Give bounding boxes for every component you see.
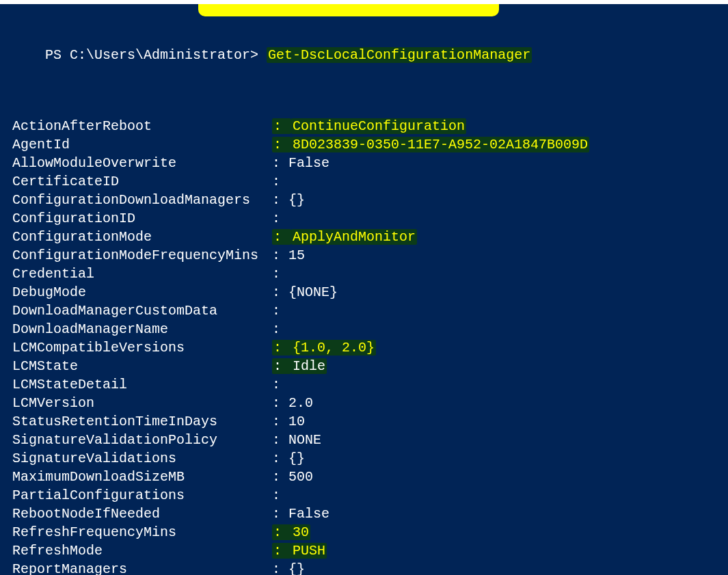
prop-row: RefreshMode: PUSH: [12, 541, 716, 560]
prop-row: RebootNodeIfNeeded: False: [12, 505, 716, 523]
prop-key: DownloadManagerCustomData: [12, 302, 272, 320]
prop-separator: :: [272, 561, 288, 575]
prop-key: AllowModuleOverwrite: [12, 154, 272, 172]
prop-row: CertificateID:: [12, 172, 716, 191]
prop-separator: :: [272, 284, 288, 300]
prop-key: ActionAfterReboot: [12, 117, 272, 135]
prop-separator: :: [272, 155, 288, 171]
prop-key: RefreshMode: [12, 541, 272, 560]
prop-separator: :: [272, 118, 291, 134]
prop-row: LCMStateDetail:: [12, 375, 716, 394]
prop-key: ConfigurationMode: [12, 228, 272, 246]
prop-row: LCMState: Idle: [12, 357, 716, 375]
prop-value: 10: [288, 414, 305, 429]
prop-separator: :: [272, 358, 291, 374]
prop-row: Credential:: [12, 265, 716, 283]
prop-row: RefreshFrequencyMins: 30: [12, 523, 716, 541]
prop-value: ContinueConfiguration: [291, 118, 466, 134]
prop-key: ConfigurationID: [12, 209, 272, 228]
prop-key: ConfigurationDownloadManagers: [12, 191, 272, 209]
prop-key: SignatureValidations: [12, 449, 272, 468]
prop-row: ConfigurationMode: ApplyAndMonitor: [12, 228, 716, 246]
prop-value: PUSH: [291, 543, 327, 559]
prop-value: 500: [288, 469, 313, 485]
prop-row: SignatureValidationPolicy: NONE: [12, 431, 716, 449]
prop-separator: :: [272, 211, 288, 226]
prop-key: DebugMode: [12, 283, 272, 302]
prop-value: NONE: [288, 432, 321, 448]
prop-key: LCMStateDetail: [12, 375, 272, 394]
prop-key: StatusRetentionTimeInDays: [12, 412, 272, 431]
prop-row: PartialConfigurations:: [12, 486, 716, 505]
top-yellow-highlight: [198, 4, 499, 16]
command-text: Get-DscLocalConfigurationManager: [267, 47, 532, 63]
prop-row: AllowModuleOverwrite: False: [12, 154, 716, 172]
prop-key: ConfigurationModeFrequencyMins: [12, 246, 272, 265]
prop-row: ConfigurationModeFrequencyMins: 15: [12, 246, 716, 265]
prop-separator: :: [272, 543, 291, 559]
prop-separator: :: [272, 432, 288, 448]
prop-row: LCMVersion: 2.0: [12, 394, 716, 412]
prop-value: ApplyAndMonitor: [291, 229, 417, 245]
prop-row: ReportManagers: {}: [12, 560, 716, 575]
prop-separator: :: [272, 174, 288, 189]
prop-key: LCMVersion: [12, 394, 272, 412]
prompt-line: PS C:\Users\Administrator> Get-DscLocalC…: [12, 31, 716, 79]
prop-key: CertificateID: [12, 172, 272, 191]
prop-value: {}: [288, 192, 305, 208]
prop-key: RebootNodeIfNeeded: [12, 505, 272, 523]
prop-key: LCMCompatibleVersions: [12, 338, 272, 357]
prop-key: AgentId: [12, 135, 272, 154]
ps-prompt: PS C:\Users\Administrator>: [45, 47, 267, 63]
prop-separator: :: [272, 137, 291, 152]
prop-value: {NONE}: [288, 284, 338, 300]
prop-key: SignatureValidationPolicy: [12, 431, 272, 449]
prop-row: ConfigurationID:: [12, 209, 716, 228]
prop-value: 15: [288, 248, 305, 263]
prop-separator: :: [272, 303, 288, 319]
prop-row: DebugMode: {NONE}: [12, 283, 716, 302]
prop-value: {}: [288, 451, 305, 466]
prop-row: DownloadManagerName:: [12, 320, 716, 338]
prop-separator: :: [272, 524, 291, 540]
prop-row: ActionAfterReboot: ContinueConfiguration: [12, 117, 716, 135]
prop-key: LCMState: [12, 357, 272, 375]
prop-separator: :: [272, 414, 288, 429]
prop-row: MaximumDownloadSizeMB: 500: [12, 468, 716, 486]
prop-separator: :: [272, 266, 288, 282]
prop-value: False: [288, 506, 329, 522]
prop-key: ReportManagers: [12, 560, 272, 575]
prop-value: 2.0: [288, 395, 313, 411]
prop-key: Credential: [12, 265, 272, 283]
prop-key: DownloadManagerName: [12, 320, 272, 338]
prop-separator: :: [272, 469, 288, 485]
prop-key: PartialConfigurations: [12, 486, 272, 505]
prop-value: 8D023839-0350-11E7-A952-02A1847B009D: [291, 137, 589, 152]
prop-value: Idle: [291, 358, 327, 374]
prop-row: ConfigurationDownloadManagers: {}: [12, 191, 716, 209]
properties-list: ActionAfterReboot: ContinueConfiguration…: [12, 117, 716, 575]
prop-separator: :: [272, 377, 288, 392]
prop-separator: :: [272, 248, 288, 263]
prop-row: StatusRetentionTimeInDays: 10: [12, 412, 716, 431]
prop-value: 30: [291, 524, 310, 540]
prop-separator: :: [272, 340, 291, 356]
prop-row: AgentId: 8D023839-0350-11E7-A952-02A1847…: [12, 135, 716, 154]
prop-separator: :: [272, 321, 288, 337]
prop-separator: :: [272, 229, 291, 245]
prop-separator: :: [272, 451, 288, 466]
prop-value: False: [288, 155, 329, 171]
prop-key: RefreshFrequencyMins: [12, 523, 272, 541]
prop-separator: :: [272, 395, 288, 411]
prop-key: MaximumDownloadSizeMB: [12, 468, 272, 486]
prop-value: {}: [288, 561, 305, 575]
prop-value: {1.0, 2.0}: [291, 340, 376, 356]
prop-row: LCMCompatibleVersions: {1.0, 2.0}: [12, 338, 716, 357]
prop-row: SignatureValidations: {}: [12, 449, 716, 468]
terminal-output: PS C:\Users\Administrator> Get-DscLocalC…: [0, 21, 728, 575]
prop-separator: :: [272, 487, 288, 503]
prop-separator: :: [272, 506, 288, 522]
prop-separator: :: [272, 192, 288, 208]
prop-row: DownloadManagerCustomData:: [12, 302, 716, 320]
